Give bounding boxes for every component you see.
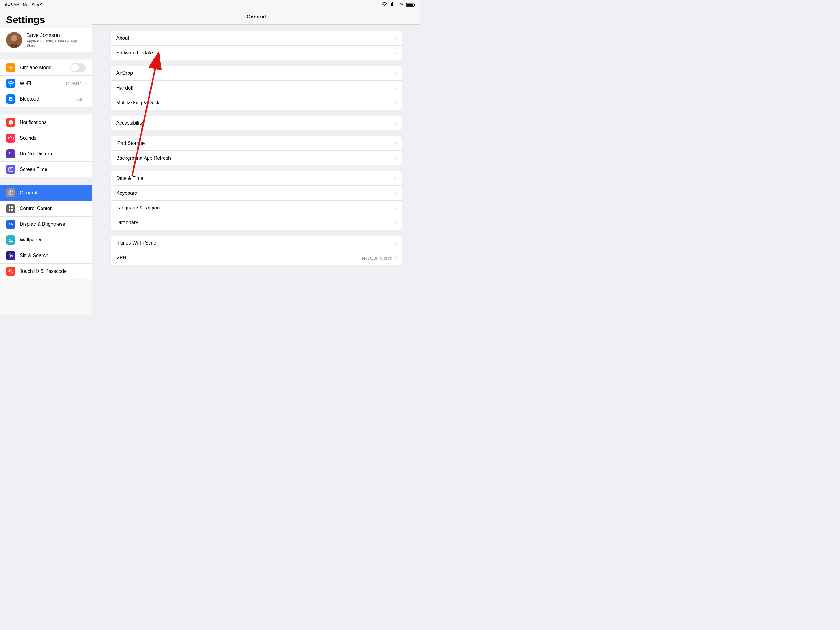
sidebar-section-general: General › Control Center › AA Display & … — [0, 185, 92, 279]
svg-rect-13 — [11, 206, 13, 208]
chevron-icon: › — [84, 237, 86, 243]
settings-row-about[interactable]: About › — [111, 31, 401, 46]
chevron-icon: › — [395, 120, 396, 126]
settings-row-keyboard[interactable]: Keyboard › — [111, 186, 401, 201]
status-time-date: 6:45 AM Mon Sep 9 — [5, 2, 42, 7]
wallpaper-icon — [6, 235, 15, 245]
battery-status: 92% — [396, 2, 415, 7]
section-gap-3 — [0, 177, 92, 185]
sidebar-item-label: Screen Time — [20, 167, 84, 172]
detail-header: General — [92, 9, 420, 25]
chevron-icon: › — [395, 220, 396, 225]
chevron-icon: › — [395, 35, 396, 41]
svg-rect-1 — [391, 3, 392, 6]
chevron-icon: › — [395, 50, 396, 56]
sidebar-item-general[interactable]: General › — [0, 185, 92, 201]
user-name: Dave Johnson — [27, 32, 86, 38]
sidebar-section-connectivity: ✈ Airplane Mode Wi-Fi ORBI11 › B Bluetoo… — [0, 60, 92, 107]
row-label: About — [116, 35, 395, 41]
settings-row-ipadstorage[interactable]: iPad Storage › — [111, 136, 401, 151]
settings-row-ituneswifisync[interactable]: iTunes Wi-Fi Sync › — [111, 236, 401, 250]
screentime-icon — [6, 165, 15, 174]
general-icon — [6, 188, 15, 198]
airplane-toggle[interactable] — [70, 63, 86, 72]
chevron-icon: › — [84, 253, 86, 258]
chevron-icon: › — [395, 100, 396, 106]
sidebar-item-display[interactable]: AA Display & Brightness › — [0, 217, 92, 232]
settings-row-handoff[interactable]: Handoff › — [111, 81, 401, 95]
sounds-icon — [6, 133, 15, 143]
touchid-icon — [6, 267, 15, 276]
row-label: VPN — [116, 255, 362, 261]
chevron-icon: › — [395, 141, 396, 146]
settings-group-1: About › Software Update › — [111, 31, 401, 60]
sidebar-item-siri[interactable]: Siri & Search › — [0, 248, 92, 264]
controlcenter-icon — [6, 204, 15, 213]
sidebar-item-label: Wallpaper — [20, 237, 84, 243]
row-label: Accessibility — [116, 120, 395, 126]
status-indicators: 92% — [382, 2, 415, 7]
row-label: Dictionary — [116, 220, 395, 225]
bluetooth-status: On — [76, 97, 82, 102]
svg-rect-4 — [414, 4, 415, 6]
row-label: AirDrop — [116, 70, 395, 76]
settings-group-5: Date & Time › Keyboard › Language & Regi… — [111, 171, 401, 230]
settings-row-accessibility[interactable]: Accessibility › — [111, 116, 401, 130]
svg-rect-14 — [9, 209, 11, 211]
user-subtitle: Apple ID, iCloud, iTunes & App Store — [27, 39, 86, 47]
settings-row-airdrop[interactable]: AirDrop › — [111, 66, 401, 81]
sidebar-item-touchid[interactable]: Touch ID & Passcode › — [0, 264, 92, 279]
sidebar-item-label: Bluetooth — [20, 96, 76, 102]
sidebar-item-airplane[interactable]: ✈ Airplane Mode — [0, 60, 92, 76]
svg-point-16 — [9, 239, 11, 240]
settings-group-3: Accessibility › — [111, 116, 401, 130]
sidebar-item-label: Do Not Disturb — [20, 151, 84, 157]
sidebar-item-bluetooth[interactable]: B Bluetooth On › — [0, 91, 92, 107]
chevron-icon: › — [84, 190, 86, 196]
detail-panel: General About › Software Update › AirDro… — [92, 9, 420, 315]
settings-row-dictionary[interactable]: Dictionary › — [111, 215, 401, 230]
chevron-icon: › — [84, 151, 86, 157]
row-label: Keyboard — [116, 190, 395, 196]
chevron-icon: › — [395, 255, 396, 261]
settings-row-softwareupdate[interactable]: Software Update › — [111, 46, 401, 60]
status-time: 6:45 AM — [5, 2, 20, 7]
chevron-icon: › — [84, 206, 86, 211]
main-layout: Settings Dave Johnson Apple ID, iCloud, … — [0, 9, 420, 315]
svg-point-18 — [10, 255, 12, 256]
toggle-knob — [71, 64, 79, 72]
sidebar-item-notifications[interactable]: Notifications › — [0, 115, 92, 130]
airplane-icon: ✈ — [6, 63, 15, 72]
settings-row-multitasking[interactable]: Multitasking & Dock › — [111, 95, 401, 110]
sidebar-item-screentime[interactable]: Screen Time › — [0, 162, 92, 177]
chevron-icon: › — [84, 269, 86, 274]
chevron-icon: › — [84, 167, 86, 172]
row-label: Language & Region — [116, 205, 395, 211]
sidebar-item-label: Wi-Fi — [20, 81, 66, 86]
sidebar-item-label: Display & Brightness — [20, 222, 84, 227]
svg-point-11 — [10, 192, 11, 193]
user-profile[interactable]: Dave Johnson Apple ID, iCloud, iTunes & … — [0, 28, 92, 52]
row-label: Software Update — [116, 50, 395, 56]
sidebar-item-wallpaper[interactable]: Wallpaper › — [0, 232, 92, 248]
status-bar: 6:45 AM Mon Sep 9 92% — [0, 0, 420, 9]
chevron-icon: › — [84, 120, 86, 125]
chevron-icon: › — [84, 96, 86, 102]
settings-row-backgroundapprefresh[interactable]: Background App Refresh › — [111, 151, 401, 166]
settings-row-datetime[interactable]: Date & Time › — [111, 171, 401, 186]
sidebar-item-donotdisturb[interactable]: Do Not Disturb › — [0, 146, 92, 162]
row-label: iTunes Wi-Fi Sync — [116, 240, 395, 246]
chevron-icon: › — [395, 155, 396, 161]
settings-row-language[interactable]: Language & Region › — [111, 201, 401, 215]
sidebar: Settings Dave Johnson Apple ID, iCloud, … — [0, 9, 92, 315]
wifi-icon — [6, 79, 15, 88]
wifi-status-icon — [382, 2, 387, 7]
sidebar-item-controlcenter[interactable]: Control Center › — [0, 201, 92, 217]
row-label: Multitasking & Dock — [116, 100, 395, 106]
settings-row-vpn[interactable]: VPN Not Connected › — [111, 250, 401, 265]
sidebar-item-sounds[interactable]: Sounds › — [0, 130, 92, 146]
svg-point-7 — [11, 35, 17, 41]
sidebar-item-wifi[interactable]: Wi-Fi ORBI11 › — [0, 76, 92, 91]
display-icon: AA — [6, 220, 15, 229]
row-label: Handoff — [116, 85, 395, 91]
